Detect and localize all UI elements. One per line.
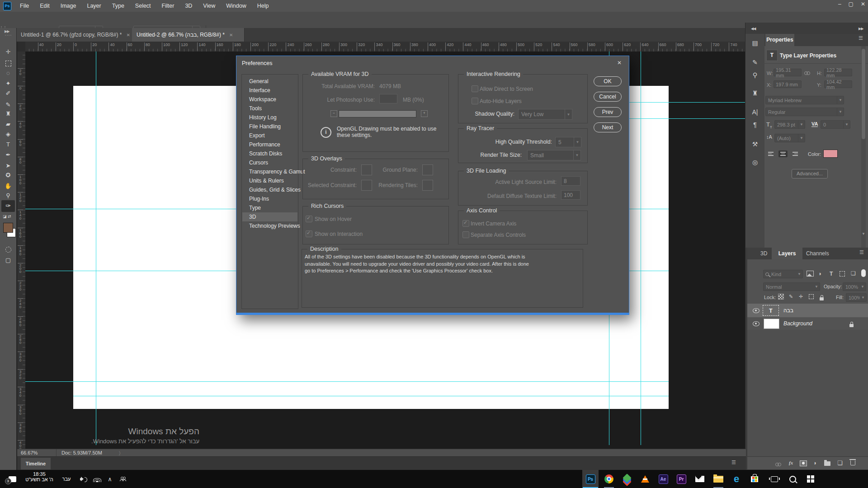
vram-slider[interactable]	[339, 110, 416, 117]
menu-item-view[interactable]: View	[198, 3, 221, 9]
layer-name[interactable]: בבה	[783, 307, 793, 314]
text-layer-thumbnail[interactable]: T	[763, 305, 779, 316]
tracking-select[interactable]: 0 ▼	[821, 120, 850, 129]
show-on-hover-checkbox[interactable]	[306, 216, 312, 222]
foreground-color-swatch[interactable]	[3, 223, 13, 233]
leading-select[interactable]: (Auto) ▼	[774, 134, 805, 142]
volume-icon[interactable]	[76, 470, 91, 488]
align-center-button[interactable]	[778, 150, 788, 157]
taskbar-explorer-icon[interactable]	[711, 470, 726, 488]
advanced-button[interactable]: Advanced...	[792, 169, 828, 178]
active-light-source-limit-input[interactable]: 8	[561, 176, 580, 186]
scrollbar-thumb[interactable]	[862, 49, 865, 139]
creative-cloud-panel-icon[interactable]: ◎	[745, 159, 764, 166]
zoom-level[interactable]: 66.67%	[21, 450, 38, 455]
tab-close-icon[interactable]: ✕	[126, 33, 130, 38]
delete-layer-icon[interactable]	[850, 460, 855, 467]
opacity-select[interactable]: 100% ▼	[843, 282, 866, 291]
task-view-icon[interactable]	[767, 470, 782, 488]
taskbar-premiere-icon[interactable]: Pr	[674, 470, 689, 488]
paint-bucket-tool[interactable]: ◈	[0, 130, 16, 140]
font-size-select[interactable]: 298.3 pt ▼	[774, 120, 805, 129]
horizontal-ruler[interactable]: 4020020406080100120140160180200220240260…	[25, 42, 746, 52]
custom-shape-tool[interactable]: ✪	[0, 171, 16, 181]
allow-direct-to-screen-checkbox[interactable]	[472, 85, 478, 92]
render-tile-size-select[interactable]: Small ▼	[527, 150, 581, 160]
invert-camera-axis-checkbox[interactable]	[462, 220, 469, 227]
menu-item-filter[interactable]: Filter	[156, 3, 180, 9]
cancel-button[interactable]: Cancel	[594, 92, 622, 102]
lock-all-icon[interactable]	[820, 296, 824, 302]
taskbar-photoshop-icon[interactable]: Ps	[583, 470, 598, 488]
font-style-select[interactable]: Regular ▼	[765, 108, 844, 116]
menu-item-3d[interactable]: 3D	[179, 3, 198, 9]
tab-channels[interactable]: Channels	[806, 250, 829, 257]
paragraph-panel-icon[interactable]: ¶	[745, 121, 764, 128]
separate-axis-controls-checkbox[interactable]	[462, 231, 469, 238]
tab-layers[interactable]: Layers	[772, 248, 802, 259]
menu-item-select[interactable]: Select	[130, 3, 156, 9]
pref-sidebar-item-performance[interactable]: Performance	[242, 140, 297, 149]
new-adjustment-layer-icon[interactable]: ◑	[813, 460, 816, 466]
prev-button[interactable]: Prev	[594, 107, 622, 117]
ground-plane-color-swatch[interactable]	[422, 164, 433, 175]
new-group-icon[interactable]	[824, 461, 830, 467]
show-on-interaction-checkbox[interactable]	[306, 230, 312, 237]
eyedropper-tool[interactable]: ✑	[1, 200, 15, 212]
vram-input[interactable]	[379, 94, 397, 103]
people-icon[interactable]	[115, 470, 130, 488]
brush-settings-panel-icon[interactable]: ✎	[745, 59, 764, 66]
filter-shape-icon[interactable]	[840, 271, 845, 278]
tool-presets-panel-icon[interactable]: ⚒	[745, 141, 764, 148]
pref-sidebar-item-cursors[interactable]: Cursors	[242, 158, 297, 167]
fill-select[interactable]: 100% ▼	[846, 293, 867, 302]
collapse-panels-icon[interactable]: ◀◀	[751, 27, 755, 31]
link-dimensions-icon[interactable]	[804, 71, 810, 75]
visibility-eye-icon[interactable]	[753, 321, 760, 326]
taskbar-bluestacks-icon[interactable]	[619, 470, 635, 488]
guide-vertical[interactable]	[96, 52, 96, 445]
filter-toggle[interactable]	[861, 269, 866, 277]
menu-item-file[interactable]: File	[14, 3, 34, 9]
menu-item-edit[interactable]: Edit	[34, 3, 55, 9]
pref-sidebar-item-3d[interactable]: 3D	[242, 212, 297, 221]
width-input[interactable]: 195.31 mm	[774, 69, 802, 76]
height-input[interactable]: 122.28 mm	[824, 69, 852, 76]
restore-button[interactable]: ▢	[849, 1, 854, 7]
document-size[interactable]: Doc: 5.93M/7.50M	[61, 450, 102, 455]
color-sampler-tool[interactable]: ✐	[0, 89, 16, 99]
default-colors-icon[interactable]: ◪ ⇄	[3, 214, 11, 219]
ruler-corner[interactable]	[17, 42, 26, 52]
screen-mode-icon[interactable]: ▢	[0, 256, 16, 266]
quick-selection-tool[interactable]: ✦	[0, 79, 16, 89]
taskbar-aftereffects-icon[interactable]: Ae	[656, 470, 671, 488]
ok-button[interactable]: OK	[594, 76, 622, 86]
notifications-icon[interactable]: 3	[5, 470, 20, 488]
rectangular-marquee-tool[interactable]	[0, 59, 16, 69]
panel-menu-icon[interactable]: ☰	[731, 461, 736, 464]
brush-tool[interactable]: ✎	[0, 100, 16, 110]
pref-sidebar-item-file-handling[interactable]: File Handling	[242, 122, 297, 131]
vertical-ruler[interactable]: 2 002 04 06 08 01 0 01 2 01 4 01 6 01 8 …	[17, 52, 26, 449]
taskbar-chrome-icon[interactable]	[601, 470, 617, 488]
panel-menu-icon[interactable]: ☰	[859, 37, 863, 39]
constraint-color-swatch[interactable]	[361, 164, 372, 175]
default-diffuse-texture-limit-input[interactable]: 100	[561, 190, 580, 200]
slider-plus-button[interactable]: +	[421, 110, 428, 117]
hand-tool[interactable]: ✋	[0, 182, 16, 192]
layer-name[interactable]: Background	[783, 320, 812, 327]
taskbar-vlc-icon[interactable]	[637, 470, 653, 488]
panel-menu-icon[interactable]: ☰	[859, 251, 864, 253]
pref-sidebar-item-export[interactable]: Export	[242, 131, 297, 140]
lock-pixels-icon[interactable]: ✎	[789, 294, 793, 300]
expand-panels-icon[interactable]: ▶▶	[859, 27, 863, 31]
pref-sidebar-item-interface[interactable]: Interface	[242, 86, 297, 95]
pref-sidebar-item-general[interactable]: General	[242, 77, 297, 86]
layer-style-fx-icon[interactable]: fx	[789, 460, 793, 465]
tab-properties[interactable]: Properties	[765, 34, 794, 46]
menu-item-help[interactable]: Help	[252, 3, 274, 9]
guide-horizontal[interactable]	[25, 381, 669, 382]
character-panel-icon[interactable]: A|	[745, 108, 764, 116]
dialog-close-icon[interactable]: ✕	[617, 60, 622, 66]
slider-minus-button[interactable]: −	[330, 110, 337, 117]
